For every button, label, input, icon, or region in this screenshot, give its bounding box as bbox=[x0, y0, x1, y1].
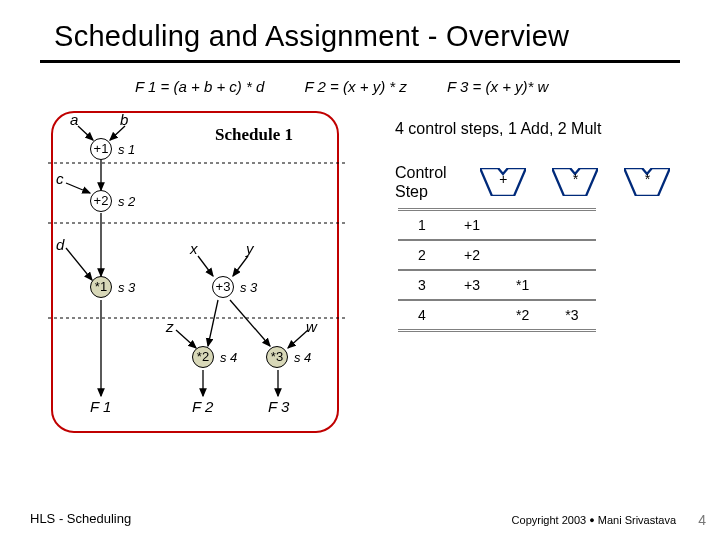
svg-line-11 bbox=[198, 256, 213, 276]
copyright-prefix: Copyright 2003 bbox=[512, 514, 590, 526]
cell-add: +3 bbox=[446, 270, 498, 300]
op-mul2: *2 bbox=[192, 346, 214, 368]
cell-step: 2 bbox=[398, 240, 446, 270]
formulas-row: F 1 = (a + b + c) * d F 2 = (x + y) * z … bbox=[135, 78, 584, 95]
formula-f2: F 2 = (x + y) * z bbox=[305, 78, 407, 95]
cell-add: +1 bbox=[446, 210, 498, 241]
page-number: 4 bbox=[698, 512, 706, 528]
table-row: 1 +1 bbox=[398, 210, 596, 241]
table-row: 2 +2 bbox=[398, 240, 596, 270]
svg-line-13 bbox=[208, 300, 218, 346]
mult2-funnel-icon: * bbox=[624, 168, 670, 196]
table-row: 4 *2 *3 bbox=[398, 300, 596, 331]
mult1-funnel-icon: * bbox=[552, 168, 598, 196]
cell-mult2 bbox=[547, 210, 596, 241]
control-step-label: Control Step bbox=[395, 163, 447, 201]
svg-line-15 bbox=[230, 300, 270, 346]
formula-f1: F 1 = (a + b + c) * d bbox=[135, 78, 264, 95]
cell-add: +2 bbox=[446, 240, 498, 270]
step-s3b: s 3 bbox=[240, 280, 257, 295]
svg-rect-0 bbox=[52, 112, 338, 432]
out-f2: F 2 bbox=[192, 398, 213, 415]
mult1-symbol: * bbox=[552, 171, 598, 187]
cell-step: 4 bbox=[398, 300, 446, 331]
var-c: c bbox=[56, 170, 64, 187]
page-title: Scheduling and Assignment - Overview bbox=[54, 20, 569, 53]
cell-mult2 bbox=[547, 270, 596, 300]
var-b: b bbox=[120, 111, 128, 128]
table-row: 3 +3 *1 bbox=[398, 270, 596, 300]
formula-f3: F 3 = (x + y)* w bbox=[447, 78, 548, 95]
var-y: y bbox=[246, 240, 254, 257]
adder-symbol: + bbox=[480, 171, 526, 187]
cell-add bbox=[446, 300, 498, 331]
op-plus2: +2 bbox=[90, 190, 112, 212]
var-a: a bbox=[70, 111, 78, 128]
cell-mult2 bbox=[547, 240, 596, 270]
copyright-suffix: Mani Srivastava bbox=[595, 514, 676, 526]
svg-line-5 bbox=[110, 126, 125, 140]
resource-summary: 4 control steps, 1 Add, 2 Mult bbox=[395, 120, 601, 138]
step-s1: s 1 bbox=[118, 142, 135, 157]
svg-line-14 bbox=[176, 330, 196, 348]
svg-line-9 bbox=[66, 248, 92, 280]
cell-mult1: *1 bbox=[498, 270, 547, 300]
footer-right: Copyright 2003 ● Mani Srivastava bbox=[512, 514, 676, 526]
var-z: z bbox=[166, 318, 174, 335]
out-f1: F 1 bbox=[90, 398, 111, 415]
svg-line-16 bbox=[288, 330, 308, 348]
op-mul3: *3 bbox=[266, 346, 288, 368]
svg-line-7 bbox=[66, 183, 90, 193]
title-underline bbox=[40, 60, 680, 63]
op-plus3: +3 bbox=[212, 276, 234, 298]
footer-left: HLS - Scheduling bbox=[30, 511, 131, 526]
var-x: x bbox=[190, 240, 198, 257]
svg-line-12 bbox=[233, 256, 248, 276]
cell-step: 3 bbox=[398, 270, 446, 300]
step-s4b: s 4 bbox=[294, 350, 311, 365]
step-s4a: s 4 bbox=[220, 350, 237, 365]
cell-mult1 bbox=[498, 210, 547, 241]
adder-funnel-icon: + bbox=[480, 168, 526, 196]
cell-mult2: *3 bbox=[547, 300, 596, 331]
var-d: d bbox=[56, 236, 64, 253]
svg-line-4 bbox=[78, 126, 93, 140]
schedule-table: 1 +1 2 +2 3 +3 *1 4 *2 *3 bbox=[398, 208, 596, 332]
cell-step: 1 bbox=[398, 210, 446, 241]
dfg-diagram: a b c d x y z w +1 +2 *1 +3 *2 *3 s 1 s … bbox=[48, 108, 388, 453]
step-s3a: s 3 bbox=[118, 280, 135, 295]
mult2-symbol: * bbox=[624, 171, 670, 187]
step-s2: s 2 bbox=[118, 194, 135, 209]
op-mul1: *1 bbox=[90, 276, 112, 298]
var-w: w bbox=[306, 318, 317, 335]
cell-mult1 bbox=[498, 240, 547, 270]
cell-mult1: *2 bbox=[498, 300, 547, 331]
op-plus1: +1 bbox=[90, 138, 112, 160]
out-f3: F 3 bbox=[268, 398, 289, 415]
